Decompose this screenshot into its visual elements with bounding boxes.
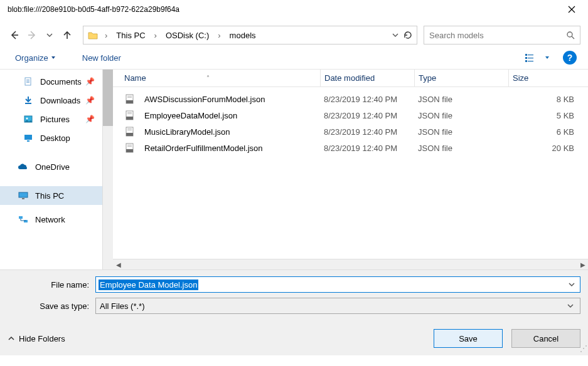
pin-icon: 📌 — [85, 96, 95, 105]
sidebar-item-label: Pictures — [40, 115, 70, 124]
scroll-left-icon[interactable]: ◀ — [113, 259, 124, 270]
svg-rect-17 — [22, 198, 24, 199]
file-row[interactable]: MusicLibraryModel.json8/23/2019 12:40 PM… — [119, 123, 588, 140]
pictures-icon — [23, 113, 34, 125]
view-button[interactable] — [521, 50, 539, 65]
onedrive-icon — [18, 161, 29, 172]
svg-rect-15 — [27, 140, 29, 142]
svg-rect-11 — [25, 103, 31, 104]
file-row[interactable]: AWSDiscussionForumModel.json8/23/2019 12… — [119, 91, 588, 107]
svg-point-13 — [26, 118, 28, 120]
search-input[interactable] — [429, 31, 566, 40]
scrollbar-thumb[interactable] — [103, 70, 113, 126]
back-button[interactable] — [8, 28, 21, 42]
column-header-date[interactable]: Date modified — [320, 70, 414, 86]
file-date: 8/23/2019 12:40 PM — [320, 111, 414, 120]
svg-rect-26 — [127, 112, 132, 113]
network-icon — [18, 214, 29, 225]
file-list: Name ˄ Date modified Type Size AWSDiscus… — [113, 70, 588, 269]
svg-rect-35 — [127, 146, 132, 147]
sidebar-item-label: Downloads — [40, 96, 80, 105]
forward-button[interactable] — [25, 28, 39, 42]
sidebar-item-desktop[interactable]: Desktop — [0, 128, 102, 147]
svg-rect-33 — [126, 149, 133, 152]
new-folder-button[interactable]: New folder — [78, 51, 125, 65]
file-row[interactable]: EmployeeDataModel.json8/23/2019 12:40 PM… — [119, 107, 588, 123]
saveastype-combo[interactable]: All Files (*.*) — [95, 298, 580, 314]
folder-icon — [87, 29, 99, 41]
sidebar-item-thispc[interactable]: This PC — [0, 186, 102, 205]
sidebar-scrollbar[interactable] — [102, 70, 113, 269]
chevron-right-icon[interactable]: › — [215, 31, 223, 40]
filename-combo[interactable]: Employee Data Model.json — [95, 276, 580, 293]
svg-rect-29 — [126, 133, 133, 136]
address-bar[interactable]: › This PC › OSDisk (C:) › models — [83, 26, 417, 44]
filename-label: File name: — [8, 280, 95, 290]
scroll-right-icon[interactable]: ▶ — [577, 259, 588, 270]
file-size: 8 KB — [508, 91, 588, 107]
pin-icon: 📌 — [85, 115, 95, 123]
sidebar-item-documents[interactable]: Documents 📌 — [0, 72, 102, 91]
column-header-name[interactable]: Name ˄ — [119, 73, 320, 83]
save-button[interactable]: Save — [434, 329, 503, 348]
svg-rect-3 — [525, 57, 527, 59]
recent-dropdown[interactable] — [43, 28, 56, 42]
view-dropdown[interactable] — [543, 50, 552, 65]
file-type: JSON file — [414, 91, 508, 107]
main-area: Documents 📌 Downloads 📌 Pictures 📌 Deskt… — [0, 69, 588, 269]
close-button[interactable] — [568, 6, 580, 13]
sidebar: Documents 📌 Downloads 📌 Pictures 📌 Deskt… — [0, 70, 113, 269]
column-header-type[interactable]: Type — [414, 70, 508, 86]
chevron-down-icon[interactable] — [565, 303, 576, 309]
chevron-down-icon — [51, 55, 56, 60]
file-name: MusicLibraryModel.json — [144, 127, 230, 137]
chevron-right-icon[interactable]: › — [152, 31, 159, 40]
sidebar-item-network[interactable]: Network — [0, 210, 102, 229]
resize-grip[interactable]: ⋰ — [580, 344, 585, 353]
breadcrumb-thispc[interactable]: This PC — [114, 29, 147, 41]
cancel-button[interactable]: Cancel — [511, 329, 580, 348]
chevron-down-icon[interactable] — [566, 281, 577, 288]
search-box[interactable] — [424, 26, 580, 44]
filename-input[interactable]: Employee Data Model.json — [99, 280, 198, 290]
file-name: EmployeeDataModel.json — [144, 111, 237, 120]
help-button[interactable]: ? — [563, 51, 577, 65]
file-date: 8/23/2019 12:40 PM — [320, 127, 414, 137]
horizontal-scrollbar[interactable]: ◀ ▶ — [113, 259, 588, 269]
json-file-icon — [124, 126, 136, 137]
address-dropdown[interactable] — [392, 31, 399, 39]
file-size: 20 KB — [508, 140, 588, 156]
hide-folders-button[interactable]: Hide Folders — [8, 334, 65, 343]
saveastype-value: All Files (*.*) — [100, 301, 145, 311]
file-row[interactable]: RetailOrderFulfillmentModel.json8/23/201… — [119, 140, 588, 156]
svg-rect-9 — [26, 81, 29, 81]
column-header-size[interactable]: Size — [508, 70, 588, 86]
up-button[interactable] — [60, 28, 74, 42]
svg-rect-34 — [127, 145, 132, 145]
svg-point-0 — [567, 32, 572, 37]
file-type: JSON file — [414, 140, 508, 156]
sidebar-item-label: Network — [35, 215, 65, 224]
svg-rect-10 — [26, 82, 29, 83]
refresh-button[interactable] — [403, 30, 413, 40]
sidebar-item-label: Desktop — [40, 133, 70, 143]
breadcrumb-models[interactable]: models — [227, 29, 259, 41]
sidebar-item-label: OneDrive — [35, 162, 70, 172]
saveastype-label: Save as type: — [8, 301, 95, 311]
downloads-icon — [23, 95, 34, 106]
sidebar-item-label: This PC — [35, 191, 64, 201]
svg-rect-2 — [528, 55, 533, 55]
breadcrumb-osdisk[interactable]: OSDisk (C:) — [163, 29, 211, 41]
svg-rect-6 — [528, 61, 533, 61]
svg-rect-16 — [19, 192, 28, 197]
file-type: JSON file — [414, 107, 508, 123]
sidebar-item-pictures[interactable]: Pictures 📌 — [0, 110, 102, 128]
sort-caret-icon: ˄ — [206, 75, 210, 81]
search-icon[interactable] — [566, 31, 575, 39]
svg-rect-22 — [127, 96, 132, 97]
sidebar-item-onedrive[interactable]: OneDrive — [0, 157, 102, 176]
organize-button[interactable]: Organize — [11, 51, 60, 65]
chevron-right-icon[interactable]: › — [102, 31, 110, 40]
svg-rect-1 — [525, 54, 527, 56]
sidebar-item-downloads[interactable]: Downloads 📌 — [0, 91, 102, 110]
